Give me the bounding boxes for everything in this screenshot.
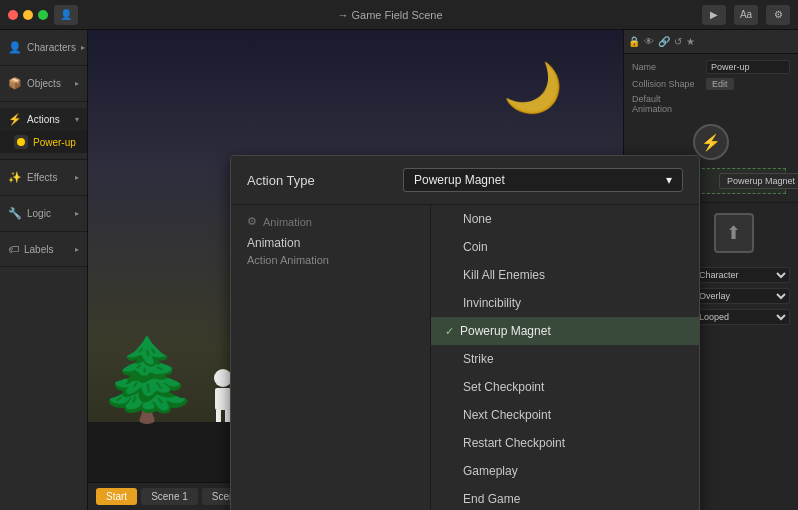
moon-element: 🌙 — [503, 60, 563, 116]
maximize-button[interactable] — [38, 10, 48, 20]
action-dot-inner — [17, 138, 25, 146]
kill-label: Kill All Enemies — [463, 268, 545, 282]
dropdown-list: None Coin Kill All Enemies Invincibility — [431, 205, 699, 510]
chevron-icon-4: ▸ — [75, 209, 79, 218]
aa-button[interactable]: Aa — [734, 5, 758, 25]
action-type-select[interactable]: None Coin Powerup Magnet — [719, 173, 798, 189]
action-entry-powerup[interactable]: Power-up — [0, 131, 87, 153]
collision-row: Collision Shape Edit — [632, 78, 790, 90]
chevron-icon-5: ▸ — [75, 245, 79, 254]
link-icon: 🔗 — [658, 36, 670, 47]
dropdown-item-invincibility[interactable]: Invincibility — [431, 289, 699, 317]
sidebar-section-labels: 🏷 Labels ▸ — [0, 232, 87, 267]
char-select[interactable]: Character — [691, 267, 790, 283]
lock-icon: 🔒 — [628, 36, 640, 47]
sidebar-item-objects[interactable]: 📦 Objects ▸ — [0, 72, 87, 95]
action-animation-label: Action Animation — [247, 254, 414, 266]
chevron-icon-2: ▸ — [75, 79, 79, 88]
atp-left-section: ⚙ Animation Animation Action Animation — [231, 205, 431, 510]
gameplay-label: Gameplay — [463, 464, 518, 478]
dropdown-item-coin[interactable]: Coin — [431, 233, 699, 261]
sidebar-section-characters: 👤 Characters ▸ — [0, 30, 87, 66]
dropdown-arrow-icon: ▾ — [666, 173, 672, 187]
animation-label: Animation — [247, 236, 414, 250]
window-controls: 👤 — [8, 5, 78, 25]
characters-icon: 👤 — [8, 41, 22, 54]
rotate-icon: ↺ — [674, 36, 682, 47]
selected-action-label: Powerup Magnet — [414, 173, 505, 187]
coin-label: Coin — [463, 240, 488, 254]
dropdown-item-next-checkpoint[interactable]: Next Checkpoint — [431, 401, 699, 429]
minimize-button[interactable] — [23, 10, 33, 20]
sidebar-item-logic[interactable]: 🔧 Logic ▸ — [0, 202, 87, 225]
looped-select[interactable]: Looped — [691, 309, 790, 325]
set-cp-label: Set Checkpoint — [463, 380, 544, 394]
start-button[interactable]: Start — [96, 488, 137, 505]
top-bar: 👤 → Game Field Scene ▶ Aa ⚙ — [0, 0, 798, 30]
settings-button[interactable]: ⚙ — [766, 5, 790, 25]
sidebar-section-logic: 🔧 Logic ▸ — [0, 196, 87, 232]
name-label: Name — [632, 62, 702, 72]
action-type-panel-body: ⚙ Animation Animation Action Animation N… — [231, 205, 699, 510]
next-cp-label: Next Checkpoint — [463, 408, 551, 422]
dropdown-item-restart-checkpoint[interactable]: Restart Checkpoint — [431, 429, 699, 457]
sidebar-item-actions[interactable]: ⚡ Actions ▾ — [0, 108, 87, 131]
logic-icon: 🔧 — [8, 207, 22, 220]
dropdown-item-end-game[interactable]: End Game — [431, 485, 699, 510]
panel-dropdown-row: Powerup Magnet ▾ — [403, 168, 683, 192]
anim-bolt-icon: ⚡ — [693, 124, 729, 160]
action-dot — [14, 135, 28, 149]
dropdown-item-gameplay[interactable]: Gameplay — [431, 457, 699, 485]
invincibility-label: Invincibility — [463, 296, 521, 310]
sidebar-label-characters: Characters — [27, 42, 76, 53]
settings-icon: ⚙ — [247, 215, 257, 228]
powerup-label: Powerup Magnet — [460, 324, 551, 338]
animation-section-title: ⚙ Animation — [247, 215, 414, 228]
sidebar-label-actions: Actions — [27, 114, 60, 125]
person-icon-btn[interactable]: 👤 — [54, 5, 78, 25]
collision-edit-button[interactable]: Edit — [706, 78, 734, 90]
panel-top-icons: 🔒 👁 🔗 ↺ ★ — [624, 30, 798, 54]
dropdown-item-powerup-magnet[interactable]: ✓ Powerup Magnet — [431, 317, 699, 345]
left-sidebar: 👤 Characters ▸ 📦 Objects ▸ ⚡ Actions ▾ — [0, 30, 88, 510]
image-upload-icon[interactable]: ⬆ — [714, 213, 754, 253]
atp-right-section: None Coin Kill All Enemies Invincibility — [431, 205, 699, 510]
play-button[interactable]: ▶ — [702, 5, 726, 25]
sidebar-section-effects: ✨ Effects ▸ — [0, 160, 87, 196]
sidebar-item-characters[interactable]: 👤 Characters ▸ — [0, 36, 87, 59]
overlay-select[interactable]: Overlay — [691, 288, 790, 304]
traffic-lights — [8, 10, 48, 20]
action-entry-label: Power-up — [33, 137, 76, 148]
dropdown-item-set-checkpoint[interactable]: Set Checkpoint — [431, 373, 699, 401]
tree-left: 🌲 — [98, 333, 198, 427]
top-bar-right: ▶ Aa ⚙ — [702, 5, 790, 25]
dropdown-item-kill-all[interactable]: Kill All Enemies — [431, 261, 699, 289]
sidebar-section-actions: ⚡ Actions ▾ Power-up — [0, 102, 87, 160]
selected-action-btn[interactable]: Powerup Magnet ▾ — [403, 168, 683, 192]
dropdown-item-strike[interactable]: Strike — [431, 345, 699, 373]
sidebar-item-effects[interactable]: ✨ Effects ▸ — [0, 166, 87, 189]
default-anim-row: Default Animation — [632, 94, 790, 114]
end-game-label: End Game — [463, 492, 520, 506]
none-label: None — [463, 212, 492, 226]
name-value: Power-up — [706, 60, 790, 74]
objects-icon: 📦 — [8, 77, 22, 90]
strike-label: Strike — [463, 352, 494, 366]
scene-1-button[interactable]: Scene 1 — [141, 488, 198, 505]
action-type-panel-header: Action Type Powerup Magnet ▾ — [231, 156, 699, 205]
chevron-icon: ▸ — [81, 43, 85, 52]
sidebar-item-labels[interactable]: 🏷 Labels ▸ — [0, 238, 87, 260]
chevron-down-icon: ▾ — [75, 115, 79, 124]
sidebar-label-effects: Effects — [27, 172, 57, 183]
sidebar-label-labels: Labels — [24, 244, 53, 255]
close-button[interactable] — [8, 10, 18, 20]
name-row: Name Power-up — [632, 60, 790, 74]
default-anim-label: Default Animation — [632, 94, 702, 114]
sidebar-label-objects: Objects — [27, 78, 61, 89]
chevron-icon-3: ▸ — [75, 173, 79, 182]
action-type-panel[interactable]: Action Type Powerup Magnet ▾ ⚙ Animation… — [230, 155, 700, 510]
star-icon: ★ — [686, 36, 695, 47]
powerup-check-icon: ✓ — [445, 325, 454, 338]
sidebar-section-objects: 📦 Objects ▸ — [0, 66, 87, 102]
dropdown-item-none[interactable]: None — [431, 205, 699, 233]
